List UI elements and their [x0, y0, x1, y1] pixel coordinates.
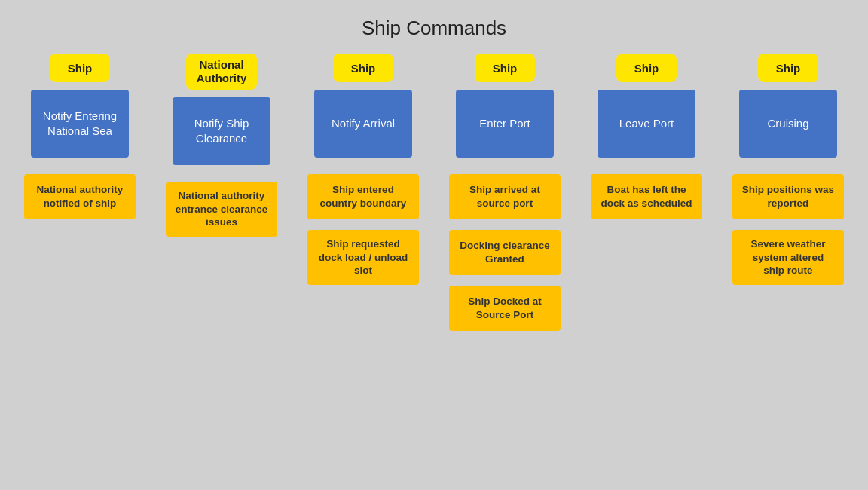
events-section-col2: National authority entrance clearance is…	[151, 182, 292, 237]
page-title: Ship Commands	[0, 0, 868, 54]
actor-badge-col2: NationalAuthority	[186, 54, 258, 90]
column-col2: NationalAuthorityNotify Ship ClearanceNa…	[151, 54, 292, 237]
events-section-col6: Ship positions was reportedSevere weathe…	[717, 174, 859, 285]
actor-badge-col3: Ship	[333, 54, 393, 82]
event-card-col3-1: Ship requested dock load / unload slot	[307, 230, 419, 285]
event-card-col5-0: Boat has left the dock as scheduled	[591, 174, 702, 219]
event-card-col4-2: Ship Docked at Source Port	[449, 286, 561, 331]
columns-container: ShipNotify Entering National SeaNational…	[0, 54, 868, 331]
column-col3: ShipNotify ArrivalShip entered country b…	[292, 54, 434, 285]
column-col4: ShipEnter PortShip arrived at source por…	[434, 54, 576, 331]
actor-badge-col5: Ship	[616, 54, 677, 82]
command-box-col4: Enter Port	[456, 90, 554, 158]
command-box-col6: Cruising	[739, 90, 837, 158]
events-section-col3: Ship entered country boundaryShip reques…	[292, 174, 434, 285]
event-card-col6-1: Severe weather system altered ship route	[732, 230, 844, 285]
events-section-col5: Boat has left the dock as scheduled	[576, 174, 717, 219]
actor-badge-col1: Ship	[50, 54, 110, 82]
event-card-col2-0: National authority entrance clearance is…	[166, 182, 277, 237]
column-col1: ShipNotify Entering National SeaNational…	[9, 54, 151, 219]
event-card-col3-0: Ship entered country boundary	[307, 174, 419, 219]
event-card-col4-0: Ship arrived at source port	[449, 174, 561, 219]
event-card-col4-1: Docking clearance Granted	[449, 230, 561, 275]
command-box-col5: Leave Port	[598, 90, 695, 158]
event-card-col1-0: National authority notified of ship	[24, 174, 136, 219]
command-box-col3: Notify Arrival	[314, 90, 412, 158]
actor-badge-col4: Ship	[475, 54, 535, 82]
command-box-col1: Notify Entering National Sea	[31, 90, 129, 158]
column-col6: ShipCruisingShip positions was reportedS…	[717, 54, 859, 285]
events-section-col1: National authority notified of ship	[9, 174, 151, 219]
command-box-col2: Notify Ship Clearance	[173, 97, 270, 165]
column-col5: ShipLeave PortBoat has left the dock as …	[576, 54, 717, 219]
actor-badge-col6: Ship	[758, 54, 818, 82]
events-section-col4: Ship arrived at source portDocking clear…	[434, 174, 576, 331]
event-card-col6-0: Ship positions was reported	[732, 174, 844, 219]
